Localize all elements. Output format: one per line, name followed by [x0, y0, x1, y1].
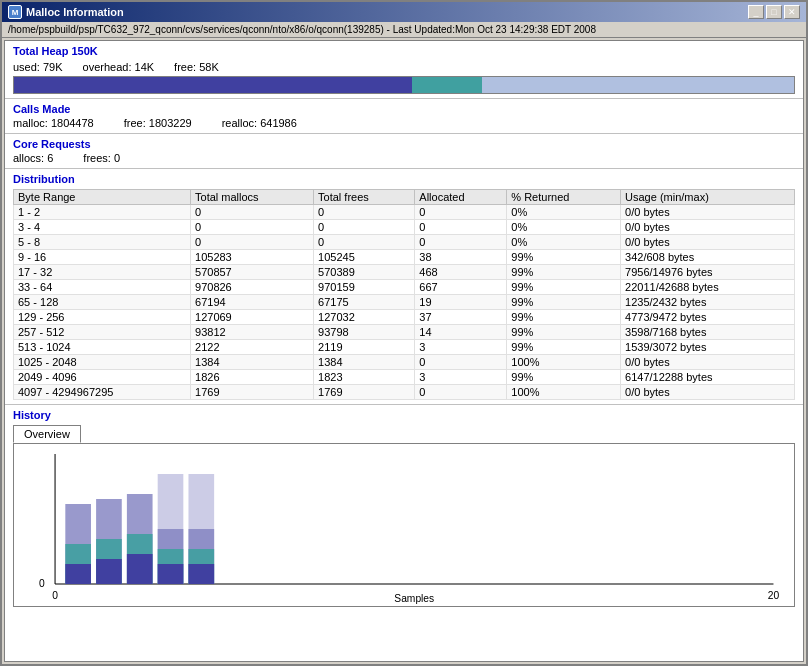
table-cell: 93812	[191, 325, 314, 340]
window-controls[interactable]: _ □ ✕	[748, 5, 800, 19]
table-cell: 0/0 bytes	[621, 355, 795, 370]
svg-text:Samples: Samples	[394, 593, 434, 604]
maximize-button[interactable]: □	[766, 5, 782, 19]
calls-section: Calls Made malloc: 1804478 free: 1803229…	[5, 99, 803, 134]
heap-free-label: free: 58K	[174, 61, 219, 73]
heap-overhead-bar	[412, 77, 482, 93]
table-cell: 2119	[314, 340, 415, 355]
table-cell: 4773/9472 bytes	[621, 310, 795, 325]
table-cell: 1 - 2	[14, 205, 191, 220]
table-cell: 1826	[191, 370, 314, 385]
table-cell: 2122	[191, 340, 314, 355]
table-cell: 22011/42688 bytes	[621, 280, 795, 295]
history-section: History Overview 0 0 Samples 20	[5, 405, 803, 661]
table-cell: 17 - 32	[14, 265, 191, 280]
table-cell: 100%	[507, 355, 621, 370]
distribution-title: Distribution	[13, 173, 795, 185]
table-header-row: Byte RangeTotal mallocsTotal freesAlloca…	[14, 190, 795, 205]
table-row: 17 - 3257085757038946899%7956/14976 byte…	[14, 265, 795, 280]
distribution-table: Byte RangeTotal mallocsTotal freesAlloca…	[13, 189, 795, 400]
table-cell: 570857	[191, 265, 314, 280]
history-title: History	[13, 409, 795, 421]
table-row: 513 - 102421222119399%1539/3072 bytes	[14, 340, 795, 355]
table-cell: 2049 - 4096	[14, 370, 191, 385]
table-row: 129 - 2561270691270323799%4773/9472 byte…	[14, 310, 795, 325]
table-cell: 99%	[507, 250, 621, 265]
table-cell: 0%	[507, 235, 621, 250]
window-title: Malloc Information	[26, 6, 124, 18]
table-cell: 468	[415, 265, 507, 280]
table-row: 65 - 12867194671751999%1235/2432 bytes	[14, 295, 795, 310]
calls-row: malloc: 1804478 free: 1803229 realloc: 6…	[13, 117, 795, 129]
path-bar: /home/pspbuild/psp/TC632_972_qconn/cvs/s…	[2, 22, 806, 38]
table-cell: 342/608 bytes	[621, 250, 795, 265]
table-cell: 37	[415, 310, 507, 325]
app-icon: M	[8, 5, 22, 19]
table-cell: 1823	[314, 370, 415, 385]
heap-overhead-label: overhead: 14K	[83, 61, 155, 73]
table-cell: 4097 - 4294967295	[14, 385, 191, 400]
heap-section: Total Heap 150K used: 79K overhead: 14K …	[5, 41, 803, 99]
table-cell: 3	[415, 340, 507, 355]
table-row: 257 - 51293812937981499%3598/7168 bytes	[14, 325, 795, 340]
table-cell: 0%	[507, 205, 621, 220]
table-cell: 0	[314, 220, 415, 235]
table-cell: 3 - 4	[14, 220, 191, 235]
table-cell: 1539/3072 bytes	[621, 340, 795, 355]
table-cell: 257 - 512	[14, 325, 191, 340]
table-cell: 1384	[314, 355, 415, 370]
table-cell: 129 - 256	[14, 310, 191, 325]
table-row: 33 - 6497082697015966799%22011/42688 byt…	[14, 280, 795, 295]
heap-free-bar	[482, 77, 794, 93]
table-row: 2049 - 409618261823399%6147/12288 bytes	[14, 370, 795, 385]
table-cell: 9 - 16	[14, 250, 191, 265]
table-cell: 1384	[191, 355, 314, 370]
core-title: Core Requests	[13, 138, 795, 150]
table-cell: 0	[415, 235, 507, 250]
title-bar: M Malloc Information _ □ ✕	[2, 2, 806, 22]
table-row: 1 - 20000%0/0 bytes	[14, 205, 795, 220]
table-cell: 1025 - 2048	[14, 355, 191, 370]
table-cell: 0%	[507, 220, 621, 235]
table-cell: 0	[191, 220, 314, 235]
svg-rect-18	[158, 564, 184, 584]
chart-area: 0 0 Samples 20	[13, 443, 795, 607]
table-cell: 0/0 bytes	[621, 220, 795, 235]
table-cell: 0/0 bytes	[621, 205, 795, 220]
title-bar-left: M Malloc Information	[8, 5, 124, 19]
realloc-label: realloc: 641986	[222, 117, 297, 129]
table-row: 3 - 40000%0/0 bytes	[14, 220, 795, 235]
core-row: allocs: 6 frees: 0	[13, 152, 795, 164]
table-cell: 67175	[314, 295, 415, 310]
main-window: M Malloc Information _ □ ✕ /home/pspbuil…	[0, 0, 808, 666]
table-cell: 7956/14976 bytes	[621, 265, 795, 280]
path-text: /home/pspbuild/psp/TC632_972_qconn/cvs/s…	[8, 24, 596, 35]
column-header: Allocated	[415, 190, 507, 205]
allocs-label: allocs: 6	[13, 152, 53, 164]
table-cell: 6147/12288 bytes	[621, 370, 795, 385]
table-cell: 970826	[191, 280, 314, 295]
table-cell: 0	[314, 205, 415, 220]
core-section: Core Requests allocs: 6 frees: 0	[5, 134, 803, 169]
column-header: Usage (min/max)	[621, 190, 795, 205]
table-cell: 1769	[191, 385, 314, 400]
minimize-button[interactable]: _	[748, 5, 764, 19]
table-cell: 0	[415, 205, 507, 220]
table-cell: 67194	[191, 295, 314, 310]
table-cell: 99%	[507, 265, 621, 280]
table-cell: 0	[415, 220, 507, 235]
table-cell: 99%	[507, 340, 621, 355]
svg-rect-14	[127, 554, 153, 584]
calls-title: Calls Made	[13, 103, 795, 115]
table-cell: 0/0 bytes	[621, 385, 795, 400]
overview-tab[interactable]: Overview	[13, 425, 81, 443]
svg-rect-11	[96, 559, 122, 584]
svg-text:0: 0	[52, 590, 58, 601]
table-row: 5 - 80000%0/0 bytes	[14, 235, 795, 250]
table-cell: 127032	[314, 310, 415, 325]
table-cell: 14	[415, 325, 507, 340]
tab-bar: Overview	[13, 425, 795, 443]
distribution-section: Distribution Byte RangeTotal mallocsTota…	[5, 169, 803, 405]
table-row: 1025 - 2048138413840100%0/0 bytes	[14, 355, 795, 370]
close-button[interactable]: ✕	[784, 5, 800, 19]
